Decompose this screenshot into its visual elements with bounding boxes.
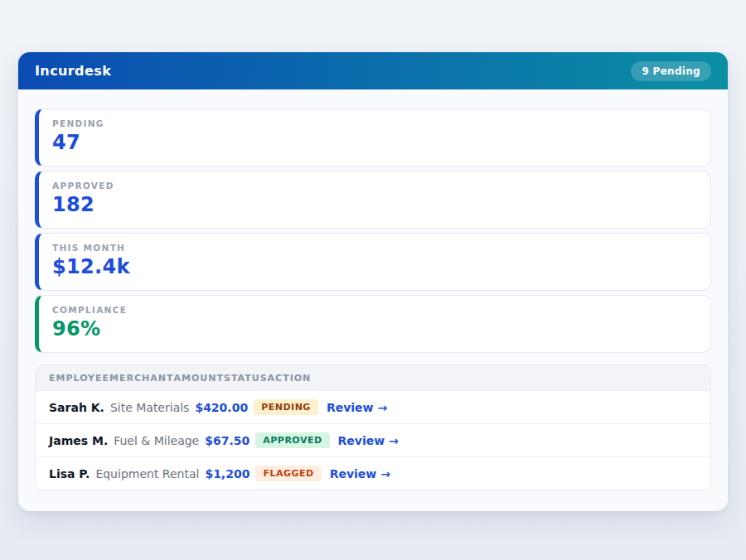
column-header-merchant: MERCHANT: [109, 373, 173, 384]
stat-value: 47: [52, 131, 697, 154]
stat-card-approved: APPROVED 182: [35, 171, 711, 229]
employee-name: Sarah K.: [49, 401, 104, 414]
stat-label: COMPLIANCE: [52, 305, 697, 315]
expense-amount: $420.00: [195, 401, 248, 414]
table-row: James M. Fuel & Mileage $67.50 APPROVED …: [36, 423, 710, 456]
merchant-name: Fuel & Mileage: [114, 434, 199, 447]
status-badge: PENDING: [254, 399, 318, 415]
stat-label: THIS MONTH: [52, 243, 697, 253]
expense-amount: $67.50: [205, 434, 249, 447]
employee-name: James M.: [49, 434, 108, 447]
column-header-amount: AMOUNT: [174, 373, 224, 384]
column-header-employee: EMPLOYEE: [49, 373, 109, 384]
pending-count-badge: 9 Pending: [631, 61, 711, 81]
incurdesk-app-card: Incurdesk 9 Pending PENDING 47 APPROVED …: [18, 52, 728, 511]
stat-value: 96%: [52, 317, 697, 340]
merchant-name: Equipment Rental: [95, 467, 199, 480]
status-badge: APPROVED: [255, 432, 329, 448]
stat-value: $12.4k: [52, 255, 697, 278]
status-badge: FLAGGED: [255, 466, 321, 481]
stat-label: PENDING: [52, 118, 697, 128]
column-header-status: STATUS: [224, 373, 268, 384]
table-row: Sarah K. Site Materials $420.00 PENDING …: [36, 390, 710, 423]
app-title: Incurdesk: [35, 63, 111, 79]
review-link[interactable]: Review →: [327, 401, 387, 414]
stat-card-this-month: THIS MONTH $12.4k: [35, 233, 711, 291]
review-link[interactable]: Review →: [338, 434, 399, 447]
stat-value: 182: [52, 193, 697, 216]
expense-amount: $1,200: [205, 467, 249, 480]
column-header-action: ACTION: [268, 373, 312, 384]
table-row: Lisa P. Equipment Rental $1,200 FLAGGED …: [36, 456, 710, 490]
review-link[interactable]: Review →: [330, 467, 390, 480]
table-header-row: EMPLOYEE MERCHANT AMOUNT STATUS ACTION: [36, 365, 710, 390]
app-body: PENDING 47 APPROVED 182 THIS MONTH $12.4…: [18, 89, 728, 509]
employee-name: Lisa P.: [49, 467, 90, 480]
merchant-name: Site Materials: [110, 401, 190, 414]
app-header: Incurdesk 9 Pending: [18, 52, 728, 89]
stat-label: APPROVED: [52, 181, 697, 191]
expense-table: EMPLOYEE MERCHANT AMOUNT STATUS ACTION S…: [35, 364, 711, 490]
stat-card-compliance: COMPLIANCE 96%: [35, 295, 711, 353]
stat-card-pending: PENDING 47: [35, 109, 711, 167]
